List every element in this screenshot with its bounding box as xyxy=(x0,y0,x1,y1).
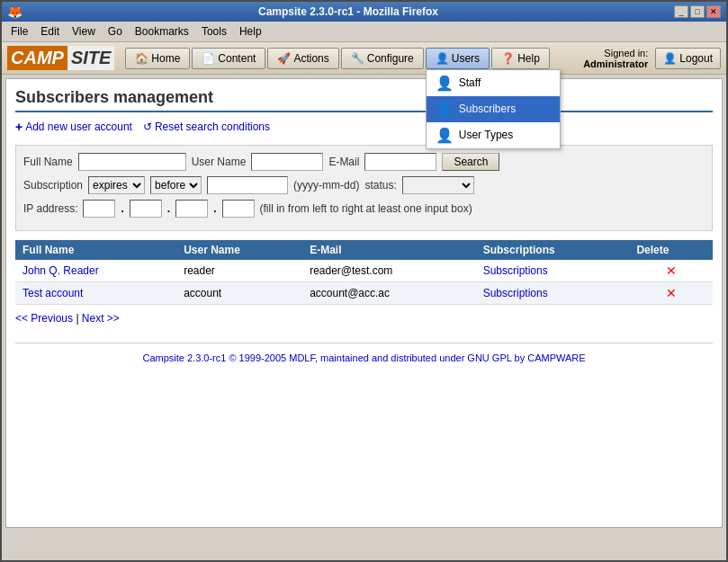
users-dropdown-menu: 👤 Staff 👤 Subscribers 👤 User Types xyxy=(426,69,561,149)
nav-users-button[interactable]: 👤 Users xyxy=(426,48,490,69)
add-user-label: Add new user account xyxy=(25,120,132,133)
email-label: E-Mail xyxy=(328,156,359,168)
ip-field-2[interactable] xyxy=(130,200,162,218)
search-button[interactable]: Search xyxy=(442,153,499,171)
reset-search-label: Reset search conditions xyxy=(155,120,270,133)
nav-users-label: Users xyxy=(452,52,480,65)
maximize-button[interactable]: □ xyxy=(690,5,705,18)
nav-actions-label: Actions xyxy=(293,52,328,65)
ip-sep-2: . xyxy=(167,202,170,215)
subscription-select[interactable]: expires active inactive xyxy=(88,176,145,194)
full-name-label: Full Name xyxy=(23,156,73,168)
logout-button[interactable]: 👤 Logout xyxy=(655,48,721,69)
menu-tools[interactable]: Tools xyxy=(196,23,232,40)
subscriptions-link[interactable]: Subscriptions xyxy=(483,264,548,277)
delete-icon[interactable]: ✕ xyxy=(666,263,677,278)
user-name-input[interactable] xyxy=(251,153,323,171)
before-after-select[interactable]: before after xyxy=(150,176,202,194)
full-name-link[interactable]: Test account xyxy=(22,287,83,299)
logo-site: SITE xyxy=(67,46,114,70)
menu-view[interactable]: View xyxy=(67,23,101,40)
window-icon: 🦊 xyxy=(7,4,22,19)
reset-search-link[interactable]: ↺ Reset search conditions xyxy=(143,120,270,134)
ip-sep-1: . xyxy=(121,202,123,215)
table-header-row: Full Name User Name E-Mail Subscriptions… xyxy=(15,240,713,260)
col-full-name: Full Name xyxy=(15,240,176,260)
actions-icon: 🚀 xyxy=(277,52,291,65)
content-icon: 📄 xyxy=(202,52,215,65)
ip-field-4[interactable] xyxy=(222,200,255,218)
table-row: Test account account account@acc.ac Subs… xyxy=(15,282,713,305)
users-icon: 👤 xyxy=(436,52,449,65)
date-input[interactable] xyxy=(207,176,288,194)
cell-user-name: account xyxy=(176,282,302,305)
nav-content-label: Content xyxy=(218,52,256,65)
nav-users-dropdown-container[interactable]: 👤 Users 👤 Staff 👤 Subscribers 👤 User Typ… xyxy=(426,48,490,69)
menu-file[interactable]: File xyxy=(5,23,33,40)
cell-subscriptions: Subscriptions xyxy=(476,260,630,282)
ip-hint: (fill in from left to right at least one… xyxy=(260,202,472,215)
help-icon: ❓ xyxy=(501,52,515,65)
menu-bar: File Edit View Go Bookmarks Tools Help xyxy=(2,22,726,42)
add-user-link[interactable]: + Add new user account xyxy=(15,120,132,134)
cell-full-name: Test account xyxy=(15,282,176,305)
subscriptions-link[interactable]: Subscriptions xyxy=(483,287,548,299)
subscribers-icon: 👤 xyxy=(436,101,454,118)
logo: CAMPSITE xyxy=(7,46,114,70)
signed-in-user: Administrator xyxy=(583,58,648,69)
search-row-2: Subscription expires active inactive bef… xyxy=(23,176,705,194)
status-label: status: xyxy=(364,179,396,192)
ip-field-1[interactable] xyxy=(83,200,115,218)
window-title: Campsite 2.3.0-rc1 - Mozilla Firefox xyxy=(22,5,674,18)
dropdown-user-types[interactable]: 👤 User Types xyxy=(427,122,560,148)
home-icon: 🏠 xyxy=(135,52,148,65)
full-name-input[interactable] xyxy=(78,153,186,171)
page-title: Subscribers management xyxy=(15,88,713,112)
full-name-link[interactable]: John Q. Reader xyxy=(22,264,99,277)
footer: Campsite 2.3.0-rc1 © 1999-2005 MDLF, mai… xyxy=(15,343,713,363)
staff-icon: 👤 xyxy=(436,75,454,92)
subscribers-table: Full Name User Name E-Mail Subscriptions… xyxy=(15,240,713,305)
dropdown-staff[interactable]: 👤 Staff xyxy=(427,70,560,96)
cell-delete[interactable]: ✕ xyxy=(629,282,713,305)
col-email: E-Mail xyxy=(302,240,475,260)
close-button[interactable]: ✕ xyxy=(706,5,721,18)
menu-edit[interactable]: Edit xyxy=(35,23,65,40)
menu-help[interactable]: Help xyxy=(234,23,267,40)
signed-in-label: Signed in: xyxy=(604,48,648,58)
ip-sep-3: . xyxy=(213,202,216,215)
cell-email: reader@test.com xyxy=(302,260,475,282)
ip-label: IP address: xyxy=(23,202,77,215)
menu-go[interactable]: Go xyxy=(103,23,128,40)
nav-help-label: Help xyxy=(517,52,540,65)
pagination: << Previous | Next >> xyxy=(15,312,713,325)
action-links: + Add new user account ↺ Reset search co… xyxy=(15,120,713,134)
delete-icon[interactable]: ✕ xyxy=(666,286,677,300)
footer-link[interactable]: Campsite 2.3.0-rc1 © 1999-2005 MDLF, mai… xyxy=(142,352,585,363)
window-controls[interactable]: _ □ ✕ xyxy=(674,5,721,18)
next-page-link[interactable]: Next >> xyxy=(82,312,120,325)
minimize-button[interactable]: _ xyxy=(674,5,688,18)
prev-page-link[interactable]: << Previous xyxy=(15,312,73,325)
nav-home-button[interactable]: 🏠 Home xyxy=(125,48,190,69)
ip-field-3[interactable] xyxy=(175,200,208,218)
menu-bookmarks[interactable]: Bookmarks xyxy=(130,23,194,40)
search-form: Full Name User Name E-Mail Search Subscr… xyxy=(15,145,713,231)
dropdown-subscribers[interactable]: 👤 Subscribers xyxy=(427,96,560,122)
configure-icon: 🔧 xyxy=(351,52,364,65)
nav-actions-button[interactable]: 🚀 Actions xyxy=(267,48,338,69)
nav-help-button[interactable]: ❓ Help xyxy=(491,48,550,69)
status-select[interactable]: active inactive xyxy=(402,176,474,194)
title-bar: 🦊 Campsite 2.3.0-rc1 - Mozilla Firefox _… xyxy=(2,2,726,22)
user-name-label: User Name xyxy=(192,156,247,168)
cell-delete[interactable]: ✕ xyxy=(629,260,713,282)
nav-configure-button[interactable]: 🔧 Configure xyxy=(341,48,424,69)
nav-content-button[interactable]: 📄 Content xyxy=(192,48,265,69)
table-row: John Q. Reader reader reader@test.com Su… xyxy=(15,260,713,282)
auth-area: Signed in: Administrator 👤 Logout xyxy=(583,48,721,69)
col-delete: Delete xyxy=(629,240,713,260)
nav-home-label: Home xyxy=(151,52,180,65)
dropdown-staff-label: Staff xyxy=(459,76,481,89)
email-input[interactable] xyxy=(364,153,436,171)
date-format-label: (yyyy-mm-dd) xyxy=(293,179,359,192)
